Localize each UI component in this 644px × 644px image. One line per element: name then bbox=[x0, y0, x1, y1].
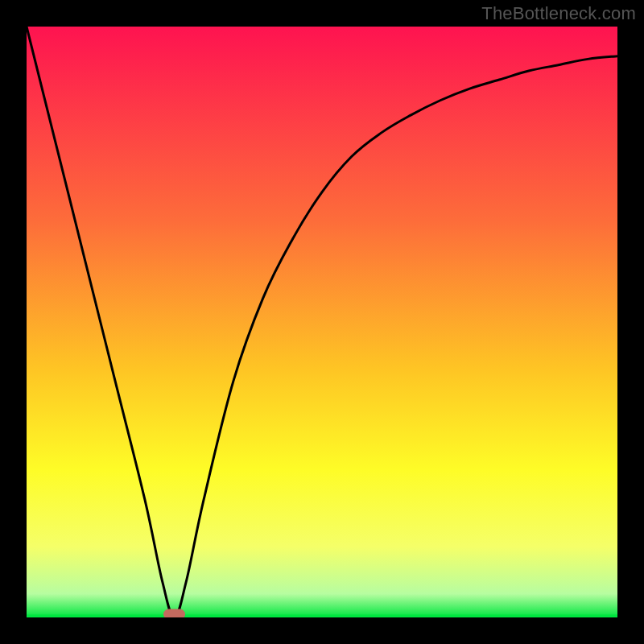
watermark-text: TheBottleneck.com bbox=[481, 3, 636, 24]
gradient-background bbox=[27, 27, 617, 617]
optimal-marker bbox=[164, 609, 185, 617]
plot-area bbox=[27, 27, 617, 617]
chart-frame: TheBottleneck.com bbox=[0, 0, 644, 644]
bottleneck-chart bbox=[27, 27, 617, 617]
